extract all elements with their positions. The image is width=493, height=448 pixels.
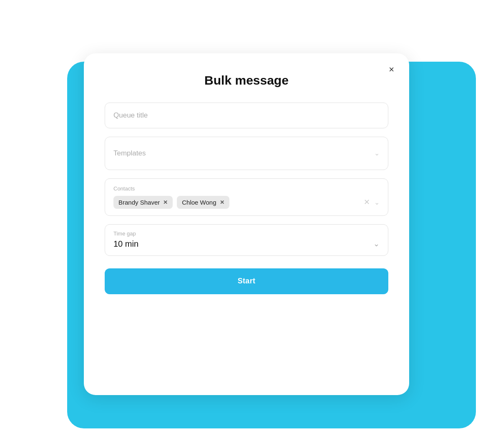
remove-brandy-button[interactable]: ✕: [163, 200, 168, 205]
templates-dropdown-wrapper: Templates ⌄: [105, 137, 388, 170]
clear-all-contacts-button[interactable]: ✕: [364, 198, 370, 206]
contacts-actions: ✕ ⌄: [364, 198, 380, 206]
time-gap-value: 10 min: [113, 239, 138, 249]
contacts-row: Brandy Shaver ✕ Chloe Wong ✕ ✕ ⌄: [113, 196, 380, 209]
modal-title: Bulk message: [204, 73, 289, 88]
remove-chloe-button[interactable]: ✕: [220, 200, 224, 205]
contacts-field: Contacts Brandy Shaver ✕ Chloe Wong ✕ ✕ …: [105, 178, 388, 216]
contacts-label: Contacts: [113, 185, 380, 192]
background-wrapper: × Bulk message Templates ⌄ Contacts Bran…: [17, 20, 476, 428]
contacts-chevron-button[interactable]: ⌄: [374, 198, 380, 206]
time-gap-dropdown[interactable]: Time gap 10 min ⌄: [105, 224, 388, 256]
templates-label: Templates: [113, 149, 146, 158]
close-button[interactable]: ×: [385, 63, 397, 76]
queue-title-input[interactable]: [105, 103, 388, 128]
time-gap-chevron-icon: ⌄: [373, 239, 380, 248]
bulk-message-modal: × Bulk message Templates ⌄ Contacts Bran…: [84, 53, 409, 395]
templates-dropdown[interactable]: Templates ⌄: [105, 137, 388, 170]
contact-tag-chloe: Chloe Wong ✕: [177, 196, 229, 209]
time-gap-row: 10 min ⌄: [113, 239, 380, 249]
templates-chevron-icon: ⌄: [374, 149, 380, 157]
contact-name-chloe: Chloe Wong: [182, 199, 216, 206]
time-gap-label: Time gap: [113, 230, 380, 237]
form-container: Templates ⌄ Contacts Brandy Shaver ✕ Chl…: [105, 103, 388, 294]
contact-tag-brandy: Brandy Shaver ✕: [113, 196, 173, 209]
start-button[interactable]: Start: [105, 268, 388, 294]
contact-name-brandy: Brandy Shaver: [118, 199, 160, 206]
